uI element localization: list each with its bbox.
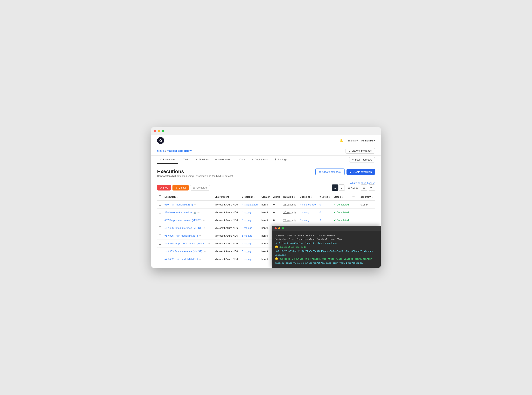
created-at-cell: 4 minutes ago: [240, 201, 260, 208]
row-checkbox-4[interactable]: [159, 234, 161, 237]
titlebar: [151, 127, 381, 135]
data-tab-icon: □: [237, 158, 238, 161]
execution-link-4[interactable]: =5 / #35 Train model (MNIST): [165, 234, 198, 237]
col-ended-at: Ended at ↕: [298, 193, 318, 201]
table-row: #38 Notebook execution 🔬 ✏Microsoft Azur…: [157, 208, 375, 216]
user-menu[interactable]: Hi, henrik! ▾: [361, 139, 375, 142]
row-checkbox-2[interactable]: [159, 219, 161, 221]
notes-value[interactable]: 0: [319, 219, 321, 222]
created-at-cell: 5 mo ago: [240, 224, 260, 232]
edit-icon[interactable]: ✏: [203, 219, 205, 222]
edit-icon[interactable]: ✏: [199, 235, 201, 237]
execution-link-6[interactable]: =4 / #33 Batch inference (MNIST): [165, 250, 202, 253]
execution-link-3[interactable]: =5 / #36 Batch inference (MNIST): [165, 226, 202, 229]
fetch-repository-button[interactable]: ↻ Fetch repository: [349, 157, 375, 163]
edit-icon[interactable]: ✏: [204, 250, 206, 253]
created-at-link[interactable]: 5 mo ago: [242, 234, 253, 237]
github-icon: ⊙: [349, 149, 350, 152]
breadcrumb-project[interactable]: magical-tensorflow: [167, 149, 192, 152]
tab-settings[interactable]: ⚙ Settings: [271, 156, 290, 164]
check-icon: ✔: [334, 203, 336, 206]
select-all-checkbox[interactable]: [159, 195, 161, 198]
compare-icon: ⚖: [193, 186, 195, 189]
notes-value[interactable]: 0: [319, 211, 321, 214]
duration-value[interactable]: 36 seconds: [283, 211, 296, 214]
alerts-cell: 0: [272, 208, 282, 216]
terminal-minimize[interactable]: [278, 227, 280, 229]
execution-link-0[interactable]: #39 Train model (MNIST): [165, 203, 193, 206]
duration-value[interactable]: 22 seconds: [283, 219, 296, 222]
environment-cell: Microsoft Azure NC6: [213, 255, 240, 263]
columns-icon: ⊞: [356, 186, 358, 189]
what-is-execution-link[interactable]: What's an execution? ↗: [157, 182, 375, 184]
filter-button[interactable]: ⊟: [361, 184, 367, 191]
page-subtitle: Handwritten digit detection using Tensor…: [157, 175, 233, 177]
maximize-button[interactable]: [162, 130, 164, 132]
created-at-link[interactable]: 5 mo ago: [242, 250, 253, 253]
execution-link-5[interactable]: =5 / #34 Preprocess dataset (MNIST): [165, 242, 206, 245]
page-2-button[interactable]: 2: [339, 184, 345, 191]
ended-at-link[interactable]: 5 mo ago: [300, 219, 310, 222]
trash-icon: 🗑: [175, 186, 178, 189]
edit-icon[interactable]: ✏: [199, 258, 201, 261]
terminal-line2: => Git not available, found 3 files to p…: [275, 241, 378, 245]
row-checkbox-5[interactable]: [159, 242, 161, 245]
row-checkbox-7[interactable]: [159, 258, 161, 260]
notes-value[interactable]: 0: [319, 203, 321, 206]
row-checkbox-1[interactable]: [159, 211, 161, 214]
toolbar-right: 1 2 11 / 17 ⊞ ⊟ 👁: [332, 184, 375, 191]
created-at-link[interactable]: 5 mo ago: [242, 226, 253, 229]
tab-executions[interactable]: # Executions: [157, 156, 178, 164]
ended-at-link[interactable]: 4 mo ago: [300, 211, 310, 214]
tab-data[interactable]: □ Data: [234, 156, 248, 164]
close-button[interactable]: [154, 130, 156, 132]
row-checkbox-6[interactable]: [159, 250, 161, 252]
page-1-button[interactable]: 1: [332, 184, 338, 191]
check-icon: ✔: [334, 211, 336, 214]
tab-notebooks[interactable]: ✏ Notebooks: [212, 156, 234, 164]
stop-button[interactable]: ⊙ Stop: [157, 185, 171, 191]
app-logo[interactable]: [157, 137, 164, 144]
app-header: 🔔 Projects ▾ Hi, henrik! ▾: [151, 135, 381, 146]
breadcrumb-user[interactable]: henrik: [157, 149, 165, 152]
created-at-link[interactable]: 4 minutes ago: [242, 203, 258, 206]
edit-icon[interactable]: ✏: [198, 211, 199, 214]
tab-tasks[interactable]: ! Tasks: [178, 156, 193, 164]
edit-icon[interactable]: ✏: [208, 242, 210, 245]
edit-icon[interactable]: ✏: [194, 203, 196, 206]
visibility-button[interactable]: 👁: [369, 184, 375, 191]
tab-pipelines[interactable]: ≡ Pipelines: [193, 156, 212, 164]
minimize-button[interactable]: [158, 130, 160, 132]
compare-button[interactable]: ⚖ Compare: [190, 185, 210, 191]
create-execution-button[interactable]: ▶ Create execution: [346, 169, 375, 175]
duration-value[interactable]: 21 seconds: [283, 203, 296, 206]
created-at-link[interactable]: 4 mo ago: [242, 211, 253, 214]
created-at-link[interactable]: 5 mo ago: [242, 219, 253, 222]
notes-cell: 0: [318, 216, 332, 224]
execution-link-2[interactable]: #37 Preprocess dataset (MNIST): [165, 219, 201, 222]
edit-icon[interactable]: ✏: [204, 227, 206, 229]
terminal-body: user@valohai$ vh execution run --adhoc m…: [272, 231, 381, 268]
row-checkbox-0[interactable]: [159, 203, 161, 206]
tab-deployment[interactable]: ☁ Deployment: [248, 156, 271, 164]
creator-cell: henrik: [260, 208, 272, 216]
created-at-link[interactable]: 5 mo ago: [242, 242, 253, 245]
creator-cell: henrik: [260, 247, 272, 255]
ended-at-cell: 4 mo ago: [298, 208, 318, 216]
terminal-maximize[interactable]: [282, 227, 284, 229]
ended-at-link[interactable]: 4 minutes ago: [300, 203, 316, 206]
environment-cell: Microsoft Azure NC6: [213, 232, 240, 240]
notifications-icon[interactable]: 🔔: [339, 139, 343, 143]
row-actions-menu[interactable]: ⋮: [353, 202, 357, 207]
create-notebook-button[interactable]: ▦ Create notebook: [315, 169, 344, 175]
execution-link-1[interactable]: #38 Notebook execution: [165, 211, 192, 214]
view-github-button[interactable]: ⊙ View on github.com: [345, 148, 375, 154]
execution-link-7[interactable]: =4 / #32 Train model (MNIST): [165, 258, 198, 261]
delete-button[interactable]: 🗑 Delete: [172, 185, 189, 191]
projects-menu[interactable]: Projects ▾: [347, 139, 358, 142]
created-at-link[interactable]: 5 mo ago: [242, 258, 253, 261]
row-actions-menu[interactable]: ⋮: [353, 218, 357, 223]
row-actions-menu[interactable]: ⋮: [353, 210, 357, 215]
terminal-close[interactable]: [274, 227, 277, 229]
row-checkbox-3[interactable]: [159, 226, 161, 229]
